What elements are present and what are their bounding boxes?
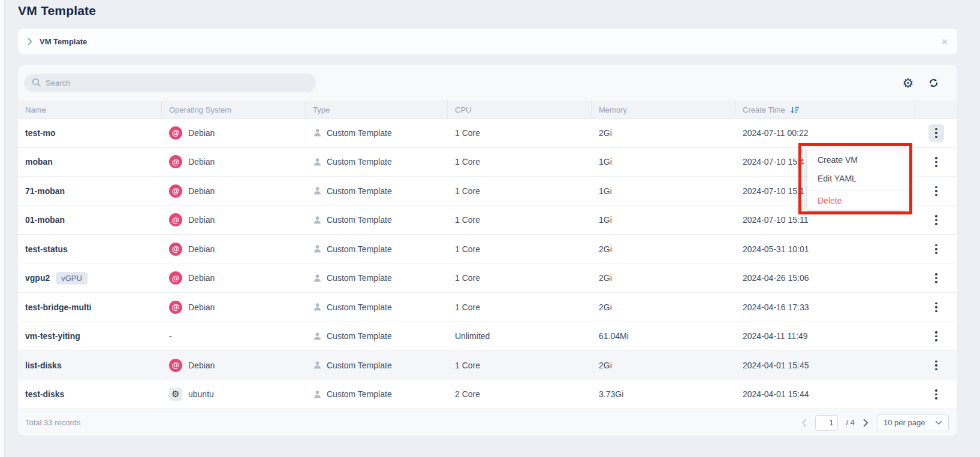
table-row[interactable]: test-bridge-multi @ Debian Custom Templa… (18, 293, 957, 322)
column-header-memory[interactable]: Memory (592, 101, 735, 118)
per-page-select[interactable]: 10 per page (877, 414, 949, 431)
name-cell: test-bridge-multi (18, 293, 162, 322)
close-icon[interactable]: × (941, 37, 948, 47)
table-row[interactable]: vm-test-yiting - Custom Template Unlimit… (18, 322, 957, 352)
search-input[interactable] (24, 74, 316, 92)
previous-page-button[interactable] (801, 419, 807, 427)
cpu-cell: Unlimited (448, 322, 592, 351)
debian-icon: @ (169, 184, 182, 198)
os-cell: @ Debian (162, 264, 306, 293)
os-label: Debian (188, 128, 215, 138)
pagination: / 4 10 per page (801, 414, 949, 431)
cpu-cell: 1 Core (448, 148, 592, 177)
search-field (24, 74, 316, 92)
kebab-menu-icon[interactable] (928, 385, 944, 403)
os-cell: @ Debian (162, 119, 306, 147)
kebab-menu-icon[interactable] (928, 240, 944, 258)
kebab-menu-icon[interactable] (928, 327, 944, 345)
gear-icon: ⚙ (903, 77, 914, 89)
create-time-cell: 2024-04-11 11:49 (735, 322, 915, 351)
template-name: moban (25, 157, 53, 167)
column-header-cpu[interactable]: CPU (448, 101, 592, 118)
os-cell: @ Debian (162, 148, 306, 177)
search-icon (32, 78, 41, 87)
memory-cell: 61.04Mi (592, 322, 735, 351)
type-label: Custom Template (327, 331, 392, 341)
template-name: test-mo (25, 128, 56, 138)
type-cell: Custom Template (306, 119, 448, 147)
total-records-label: Total 33 records (25, 418, 81, 427)
page-number-input[interactable] (815, 415, 838, 431)
type-cell: Custom Template (306, 177, 448, 205)
person-icon (313, 128, 322, 137)
table-row[interactable]: list-disks @ Debian Custom Template 1 Co… (18, 351, 957, 380)
actions-cell (915, 380, 957, 409)
breadcrumb[interactable]: VM Template × (18, 29, 957, 55)
person-icon (313, 361, 322, 370)
os-label: Debian (188, 186, 215, 196)
debian-icon: @ (169, 213, 182, 226)
cpu-cell: 2 Core (448, 380, 592, 409)
annotation-highlight-box: Create VM Edit YAML Delete (798, 143, 912, 214)
name-cell: vgpu2 vGPU (18, 264, 162, 293)
kebab-menu-icon[interactable] (928, 298, 944, 316)
ubuntu-gear-icon: ⚙ (169, 388, 182, 401)
next-page-button[interactable] (863, 419, 869, 427)
os-cell: @ Debian (162, 235, 306, 264)
name-cell: 01-moban (18, 206, 162, 235)
kebab-menu-icon[interactable] (928, 182, 944, 200)
name-cell: 71-moban (18, 177, 162, 205)
breadcrumb-label: VM Template (40, 37, 87, 46)
type-label: Custom Template (327, 389, 392, 399)
table-row[interactable]: test-status @ Debian Custom Template 1 C… (18, 235, 957, 264)
settings-button[interactable]: ⚙ (902, 77, 914, 89)
os-cell: @ Debian (162, 206, 306, 235)
type-label: Custom Template (327, 244, 392, 254)
memory-cell: 2Gi (592, 351, 735, 380)
menu-item-edit-yaml[interactable]: Edit YAML (807, 170, 907, 188)
chevron-left-icon (801, 419, 807, 427)
memory-cell: 2Gi (592, 119, 735, 147)
column-header-name[interactable]: Name (18, 101, 162, 118)
column-header-type[interactable]: Type (306, 101, 448, 118)
column-header-create-time[interactable]: Create Time (735, 101, 915, 118)
os-cell: ⚙ ubuntu (162, 380, 306, 409)
template-name: vm-test-yiting (25, 331, 80, 341)
os-label: Debian (188, 273, 215, 283)
name-cell: vm-test-yiting (18, 322, 162, 351)
os-label: ubuntu (188, 389, 214, 399)
table-toolbar: ⚙ (18, 65, 957, 101)
kebab-menu-icon[interactable] (928, 124, 944, 142)
person-icon (313, 332, 322, 341)
create-time-cell: 2024-04-01 15:44 (735, 380, 915, 409)
template-name: vgpu2 (25, 273, 50, 283)
type-cell: Custom Template (306, 148, 448, 177)
menu-divider (807, 190, 907, 190)
refresh-button[interactable] (927, 77, 939, 89)
kebab-menu-icon[interactable] (928, 269, 944, 287)
os-cell: @ Debian (162, 177, 306, 205)
type-cell: Custom Template (306, 293, 448, 322)
template-name: test-disks (25, 389, 64, 399)
memory-cell: 2Gi (592, 235, 735, 264)
actions-cell (915, 322, 957, 351)
type-label: Custom Template (327, 157, 392, 167)
os-label: - (169, 331, 172, 341)
kebab-menu-icon[interactable] (928, 356, 944, 374)
chevron-right-icon[interactable] (28, 38, 32, 46)
column-header-operating-system[interactable]: Operating System (162, 101, 306, 118)
table-row[interactable]: vgpu2 vGPU @ Debian Custom Template 1 Co… (18, 264, 957, 293)
table-footer: Total 33 records / 4 10 per page (18, 409, 957, 436)
table-row[interactable]: test-disks ⚙ ubuntu Custom Template 2 Co… (18, 380, 957, 410)
chevron-right-icon (863, 419, 869, 427)
kebab-menu-icon[interactable] (928, 153, 944, 171)
cpu-cell: 1 Core (448, 264, 592, 293)
sort-descending-icon[interactable] (790, 105, 800, 114)
type-cell: Custom Template (306, 206, 448, 235)
kebab-menu-icon[interactable] (928, 211, 944, 229)
memory-cell: 2Gi (592, 264, 735, 293)
menu-item-create-vm[interactable]: Create VM (807, 151, 907, 170)
os-cell: @ Debian (162, 351, 306, 380)
menu-item-delete[interactable]: Delete (807, 192, 907, 210)
actions-cell (915, 177, 957, 205)
